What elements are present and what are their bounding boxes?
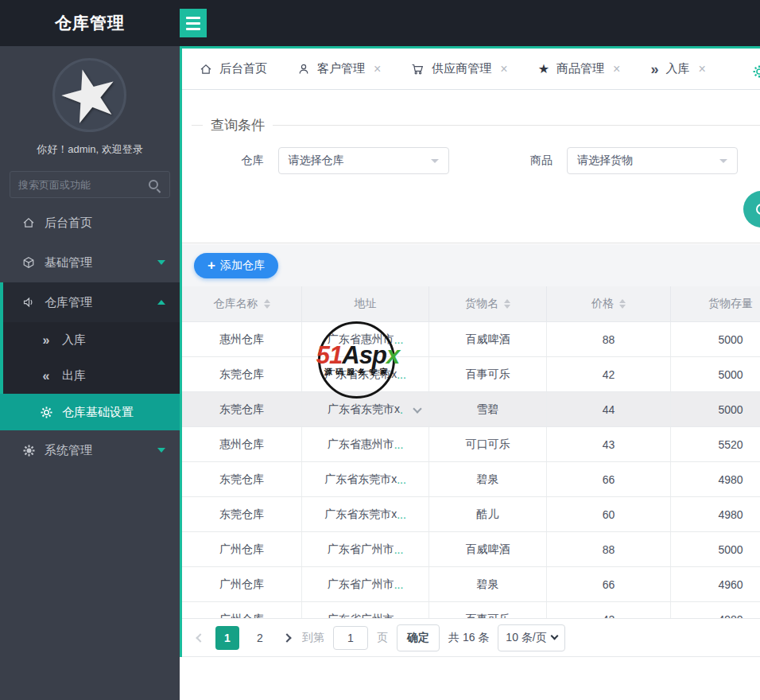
topbar: 仓库管理	[0, 0, 760, 46]
tabbar: 后台首页 客户管理 × 供应商管理 × ★ 商品管理 × » 入库 ×	[182, 46, 760, 90]
cell-stock: 4960	[671, 567, 760, 601]
cell-goods: 酷儿	[429, 497, 547, 531]
star-avatar-icon: ★	[52, 58, 126, 132]
search-button[interactable]	[743, 191, 760, 228]
chevron-down-icon	[719, 159, 727, 163]
sidebar-item-label: 系统管理	[45, 443, 92, 458]
prev-page-button[interactable]	[194, 635, 207, 641]
table-row[interactable]: 惠州仓库 广东省惠州市... 百威啤酒 88 5000	[182, 322, 760, 357]
column-header-address: 地址	[302, 286, 429, 321]
sidebar-item-label: 仓库基础设置	[62, 405, 134, 420]
cell-address: 广东省惠州市...	[302, 322, 429, 356]
cell-goods: 百威啤酒	[429, 532, 547, 566]
cell-stock: 5000	[671, 532, 760, 566]
query-section-title: 查询条件	[211, 116, 265, 134]
sort-icon[interactable]	[619, 299, 626, 309]
chevron-down-icon	[431, 159, 439, 163]
tab-label: 供应商管理	[432, 61, 491, 76]
cube-icon	[21, 256, 37, 269]
goto-page-input[interactable]	[333, 626, 368, 650]
table-row[interactable]: 东莞仓库 广东省东莞市x... 碧泉 66 4980	[182, 462, 760, 497]
goods-select-value: 请选择货物	[577, 154, 633, 168]
page-size-select[interactable]: 10 条/页	[498, 624, 564, 651]
sidebar-menu: 后台首页 基础管理 仓库管理 » 入库 « 出库	[0, 203, 180, 470]
table-row[interactable]: 东莞仓库 广东省东莞市x... 酷儿 60 4980	[182, 497, 760, 532]
chevrons-right-icon: »	[38, 334, 54, 347]
tab-label: 商品管理	[556, 61, 604, 76]
sidebar: ★ 你好！admin, 欢迎登录 后台首页 基础管理 仓库管理 »	[0, 46, 180, 700]
sidebar-item-warehouse-settings[interactable]: 仓库基础设置	[0, 394, 180, 430]
table-row[interactable]: 广州仓库 广东省广州市... 百威啤酒 88 5000	[182, 532, 760, 567]
cell-stock: 5000	[671, 322, 760, 356]
welcome-text: 你好！admin, 欢迎登录	[0, 142, 180, 157]
goto-label: 到第	[302, 631, 324, 645]
column-header-warehouse[interactable]: 仓库名称	[182, 286, 302, 321]
tab-products[interactable]: ★ 商品管理 ×	[538, 61, 621, 76]
goods-select[interactable]: 请选择货物	[567, 147, 738, 174]
table-row-selected[interactable]: 东莞仓库 广东省东莞市x. 雪碧 44 5000	[182, 392, 760, 427]
cell-warehouse: 东莞仓库	[182, 357, 302, 391]
sidebar-item-label: 后台首页	[45, 216, 92, 231]
close-icon[interactable]: ×	[613, 62, 620, 76]
warehouse-select-value: 请选择仓库	[289, 154, 344, 168]
avatar[interactable]: ★	[52, 58, 126, 132]
cell-warehouse: 广州仓库	[182, 567, 302, 601]
cell-address: 广东省惠州市...	[302, 427, 429, 461]
star-icon: ★	[538, 61, 549, 76]
search-icon	[756, 204, 760, 215]
menu-toggle-button[interactable]	[180, 9, 207, 37]
page-2-button[interactable]: 2	[248, 626, 272, 650]
tab-inbound[interactable]: » 入库 ×	[650, 61, 705, 76]
sidebar-item-outbound[interactable]: « 出库	[0, 358, 180, 394]
chevrons-left-icon: «	[38, 370, 54, 383]
page-size-value: 10 条/页	[506, 631, 546, 645]
column-header-price[interactable]: 价格	[547, 286, 671, 321]
sidebar-item-basic-mgmt[interactable]: 基础管理	[0, 243, 180, 282]
sort-icon[interactable]	[504, 299, 510, 309]
chevron-down-icon[interactable]	[413, 404, 421, 413]
warehouse-select[interactable]: 请选择仓库	[278, 147, 449, 174]
column-header-goods[interactable]: 货物名	[429, 286, 547, 321]
cell-warehouse: 东莞仓库	[182, 392, 302, 426]
close-icon[interactable]: ×	[698, 62, 705, 76]
cell-stock: 5000	[671, 392, 760, 426]
sidebar-item-system-mgmt[interactable]: 系统管理	[0, 430, 180, 470]
sidebar-item-home[interactable]: 后台首页	[0, 203, 180, 243]
confirm-button[interactable]: 确定	[397, 624, 440, 651]
page-1-button[interactable]: 1	[215, 626, 239, 650]
warehouse-label: 仓库	[242, 154, 264, 168]
sidebar-item-warehouse-mgmt[interactable]: 仓库管理	[0, 282, 180, 322]
tab-customers[interactable]: 客户管理 ×	[297, 61, 381, 76]
table-row[interactable]: 惠州仓库 广东省惠州市... 可口可乐 43 5520	[182, 427, 760, 462]
table-row[interactable]: 广州仓库 广东省广州市... 碧泉 66 4960	[182, 567, 760, 602]
add-warehouse-button[interactable]: + 添加仓库	[194, 253, 278, 278]
tab-home[interactable]: 后台首页	[200, 61, 267, 76]
close-icon[interactable]: ×	[500, 62, 507, 76]
table-header: 仓库名称 地址 货物名 价格 货物存量	[182, 286, 760, 322]
table-row[interactable]: 东莞仓库 广东省东莞市x... 百事可乐 42 5000	[182, 357, 760, 392]
home-icon	[200, 63, 212, 76]
sidebar-search[interactable]	[10, 171, 170, 198]
gear-icon	[21, 445, 37, 457]
tab-suppliers[interactable]: 供应商管理 ×	[411, 61, 507, 76]
chevrons-right-icon: »	[650, 62, 658, 76]
goods-label: 商品	[530, 154, 553, 168]
table-toolbar: + 添加仓库	[182, 244, 760, 286]
cell-warehouse: 东莞仓库	[182, 462, 302, 496]
speaker-icon	[21, 296, 37, 309]
cell-goods: 碧泉	[429, 567, 547, 601]
total-count: 共 16 条	[448, 631, 489, 645]
cell-price: 88	[547, 532, 671, 566]
cell-address: 广东省广州市...	[302, 567, 429, 601]
cell-address: 广东省东莞市x...	[302, 462, 429, 496]
sidebar-search-input[interactable]	[18, 179, 149, 191]
next-page-button[interactable]	[281, 635, 293, 641]
cell-stock: 4980	[671, 497, 760, 531]
sidebar-item-inbound[interactable]: » 入库	[0, 322, 180, 358]
close-icon[interactable]: ×	[374, 62, 381, 76]
sort-icon[interactable]	[264, 299, 270, 309]
column-header-stock[interactable]: 货物存量	[671, 286, 760, 321]
query-legend: 查询条件	[192, 116, 760, 134]
cell-stock: 4980	[671, 462, 760, 496]
person-icon	[297, 63, 310, 76]
